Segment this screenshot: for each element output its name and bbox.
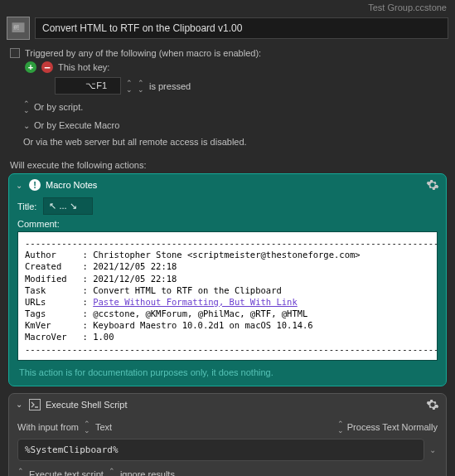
actions-label: Will execute the following actions:: [0, 155, 455, 173]
macro-icon: #!: [7, 17, 30, 40]
shell-title: Execute Shell Script: [46, 400, 127, 410]
macro-notes-title: Macro Notes: [46, 180, 97, 190]
collapse-chevron-icon[interactable]: ⌄: [16, 181, 24, 190]
terminal-icon: [29, 399, 41, 410]
input-source-select[interactable]: Text: [95, 422, 112, 432]
trigger-enabled-checkbox[interactable]: [10, 48, 20, 58]
svg-text:#!: #!: [13, 23, 19, 32]
process-chevron-icon[interactable]: ⌃⌄: [337, 420, 344, 434]
or-execute-chevron-icon[interactable]: ⌄: [23, 121, 30, 130]
pressed-label: is pressed: [149, 81, 191, 91]
collapse-chevron-icon[interactable]: ⌄: [16, 400, 24, 409]
trigger-label: Triggered by any of the following (when …: [25, 48, 261, 58]
notes-title-input[interactable]: ↖ ... ↘: [43, 197, 93, 215]
hotkey-stepper-icon[interactable]: ⌃⌄: [126, 80, 133, 93]
pressed-chevron-icon[interactable]: ⌃⌄: [138, 80, 144, 93]
macro-notes-card: ⌄ ! Macro Notes Title: ↖ ... ↘ Comment: …: [8, 173, 447, 386]
ignore-chevron-icon[interactable]: ⌃⌄: [109, 468, 115, 476]
exec-chevron-icon[interactable]: ⌃⌄: [17, 468, 24, 476]
url-link[interactable]: Paste Without Formatting, But With Link: [93, 297, 298, 307]
macro-name-input[interactable]: Convert HTML to RTF on the Clipboard v1.…: [35, 17, 448, 39]
hotkey-input[interactable]: ⌥F1: [55, 77, 121, 95]
remove-trigger-button[interactable]: −: [41, 61, 53, 73]
macro-header: #! Convert HTML to RTF on the Clipboard …: [0, 14, 455, 45]
group-title: Test Group.ccstone: [0, 0, 455, 14]
comment-label: Comment:: [17, 219, 438, 231]
input-from-label: With input from: [17, 422, 79, 432]
input-text-field[interactable]: %SystemClipboard%: [17, 439, 424, 461]
trigger-block: Triggered by any of the following (when …: [0, 45, 455, 155]
hotkey-label: This hot key:: [58, 62, 109, 72]
gear-icon[interactable]: [426, 178, 439, 192]
input-source-chevron-icon[interactable]: ⌃⌄: [84, 420, 90, 434]
exec-select[interactable]: Execute text script: [29, 469, 104, 476]
or-script-label: Or by script.: [34, 102, 83, 112]
or-execute-label: Or by Execute Macro: [34, 120, 119, 130]
gear-icon[interactable]: [426, 398, 439, 411]
macro-notes-footer: This action is for documentation purpose…: [17, 361, 438, 379]
webserver-label: Or via the web server but all remote acc…: [10, 134, 445, 150]
ignore-select[interactable]: ignore results: [120, 469, 175, 476]
process-select[interactable]: Process Text Normally: [347, 422, 438, 432]
add-trigger-button[interactable]: +: [25, 61, 36, 73]
or-script-chevron-icon[interactable]: ⌃⌄: [23, 100, 30, 114]
comment-box[interactable]: ----------------------------------------…: [17, 231, 438, 361]
expand-chevron-icon[interactable]: ⌄: [428, 439, 438, 461]
info-icon: !: [29, 179, 41, 191]
notes-title-label: Title:: [17, 202, 36, 211]
shell-script-card: ⌄ Execute Shell Script With input from ⌃…: [8, 393, 447, 476]
